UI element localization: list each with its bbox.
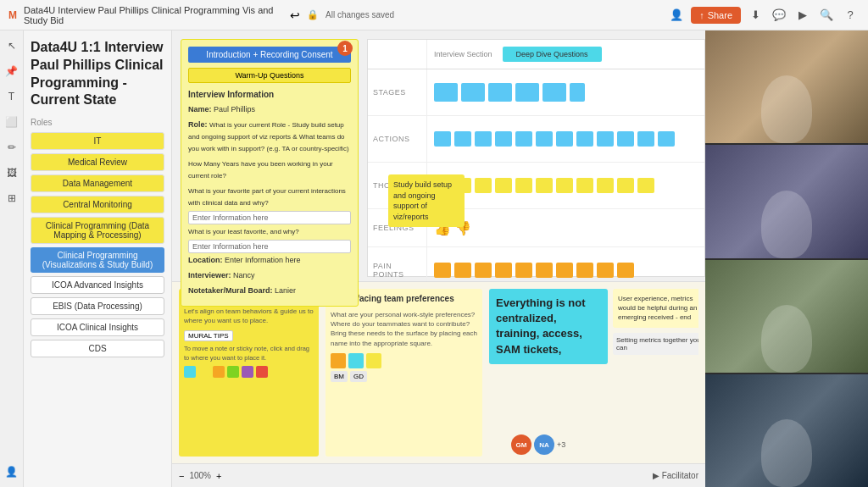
journey-header: Interview Section Deep Dive Questions [368,40,704,69]
sticky-text-1: Everything is not centralized, training,… [496,296,601,357]
pain-sticky-9 [597,263,614,278]
thoughts-content [427,163,704,208]
field-name: Name: Paul Phillips [188,102,351,114]
bottom-area: Team Check In Let's align on team behavi… [172,281,705,463]
download-icon[interactable]: ⬇ [746,6,765,25]
comment-icon[interactable]: 💬 [770,6,788,25]
stage-sticky-4 [515,83,539,102]
pain-sticky-4 [495,263,512,278]
pref-row-1 [331,353,477,368]
help-icon[interactable]: ? [841,6,860,25]
action-sticky-6 [536,131,553,147]
search-icon[interactable]: 🔍 [817,6,836,25]
thought-sticky-3 [475,178,492,193]
bottom-bar: − 100% + ▶ Facilitator [172,463,705,487]
share-button[interactable]: ↑ Share [691,7,741,24]
field-name-value: Paul Phillips [214,105,255,113]
template-icon[interactable]: ⊞ [3,190,20,207]
mural-canvas[interactable]: 1 Introduction + Recording Consent Warm-… [172,30,705,463]
action-sticky-3 [475,131,492,147]
stages-content [427,69,704,115]
field-input-1[interactable]: Enter Information here [188,211,351,224]
color-dot-orange [213,366,225,378]
color-dot-yellow [198,366,210,378]
header-spacer [368,40,427,69]
field-input-2[interactable]: Enter Information here [188,240,351,253]
role-tag-clinical-prog-viz[interactable]: Clinical Programming (Visualizations & S… [31,247,164,273]
user-icon[interactable]: 👤 [3,463,20,480]
zoom-level: 100% [189,471,211,480]
action-sticky-12 [658,131,675,147]
bottom-color-dots [184,366,314,378]
people-icon[interactable]: 👤 [667,6,686,25]
role-tag-icoa-clinical[interactable]: ICOA Clinical Insights [31,318,164,336]
journey-row-actions: ACTIONS [368,116,704,163]
field-role-value: What is your current Role - Study build … [188,121,349,152]
study-build-text: Study build setup and ongoing support of… [393,180,452,221]
tip-label: MURAL TIPS [184,330,233,341]
zoom-in-icon[interactable]: + [216,471,221,481]
video-bg-4 [705,374,868,487]
color-dot-red [256,366,268,378]
role-tag-cds[interactable]: CDS [31,340,164,357]
team-checkin-text: Let's align on team behaviors & guide us… [184,307,314,325]
field-interviewer-label: Interviewer: [188,271,233,279]
role-tag-clinical-prog-data[interactable]: Clinical Programming (Data Mapping & Pro… [31,217,164,244]
journey-row-stages: STAGES [368,69,704,116]
sticky-column-2: User experience, metrics would be helpfu… [613,289,698,355]
tool-tags: MURAL TIPS [184,330,314,341]
field-interviewer-value: Nancy [233,271,255,279]
text-icon[interactable]: T [3,88,20,105]
team-checkin: Team Check In Let's align on team behavi… [179,289,319,457]
number-1-badge: 1 [337,41,353,56]
thought-sticky-7 [556,178,573,193]
app-title: Data4U 1:1 Interview Paul Phillips Clini… [31,39,164,109]
thought-sticky-5 [515,178,532,193]
saved-status: All changes saved [326,10,394,19]
toolbar-icons: 👤 ↑ Share ⬇ 💬 ▶ 🔍 ? [667,6,860,25]
zoom-out-icon[interactable]: − [179,471,184,481]
surface-prefs-text: What are your personal work-style prefer… [331,310,477,348]
pref-dot-2 [348,353,364,368]
app-frame: M Data4U Interview Paul Phillips Clinica… [0,0,868,487]
role-tag-ebis[interactable]: EBIS (Data Processing) [31,297,164,315]
center-area: 1 Introduction + Recording Consent Warm-… [172,30,705,487]
intro-header: Introduction + Recording Consent [188,47,351,63]
interview-info-header: Interview Information [188,90,351,99]
undo-icon[interactable]: ↩ [290,8,300,22]
cursor-icon[interactable]: ↖ [3,37,20,54]
shape-icon[interactable]: ⬜ [3,113,20,130]
role-tag-icoa-advanced[interactable]: ICOA Advanced Insights [31,276,164,294]
pain-sticky-8 [576,263,593,278]
action-sticky-10 [617,131,634,147]
role-tag-data-mgmt[interactable]: Data Management [31,174,164,192]
pen-icon[interactable]: ✏ [3,139,20,156]
field-role-label: Role: [188,120,209,129]
thought-sticky-8 [576,178,593,193]
role-tag-central-monitor[interactable]: Central Monitoring [31,196,164,213]
color-dot-purple [242,366,253,378]
video-bg-3 [705,260,868,373]
field-favorite: What is your favorite part of your curre… [188,184,351,208]
role-tag-it[interactable]: IT [31,132,164,150]
stages-label: STAGES [368,69,427,115]
sticky-icon[interactable]: 📌 [3,63,20,80]
video-panel-2 [705,145,868,257]
pref-dot-1 [331,353,346,368]
top-bar: M Data4U Interview Paul Phillips Clinica… [0,0,868,30]
field-location-value: Enter Information here [225,256,301,264]
role-tag-medical[interactable]: Medical Review [31,153,164,171]
present-icon[interactable]: ▶ [793,6,812,25]
video-bg-1 [705,30,868,143]
avatar-na: NA [534,434,554,455]
image-icon[interactable]: 🖼 [3,164,20,181]
video-bg-2 [705,145,868,257]
color-dot-cyan [184,366,196,378]
actions-label: ACTIONS [368,116,427,162]
action-sticky-4 [495,131,512,147]
field-notetaker-value: Lanier [275,286,296,295]
thought-sticky-11 [637,178,654,193]
action-sticky-1 [434,131,451,147]
field-notetaker: Notetaker/Mural Board: Lanier [188,284,351,296]
warm-up-btn[interactable]: Warm-Up Questions [188,68,351,83]
